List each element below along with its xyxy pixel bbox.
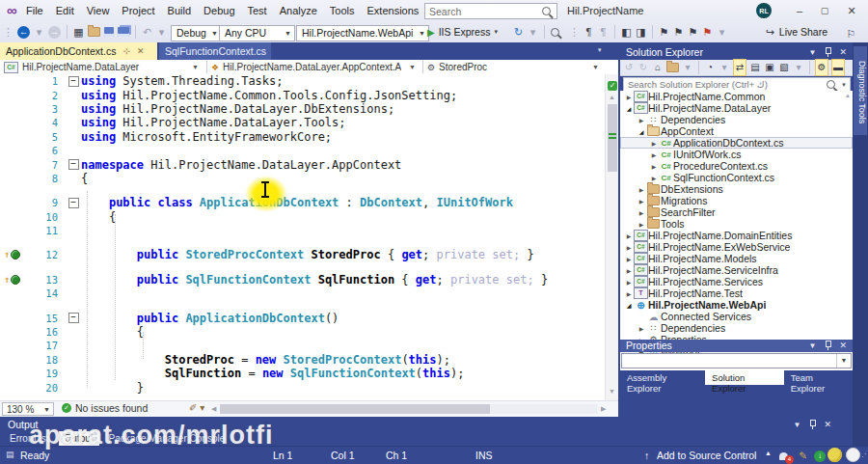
navigate-back-caret-icon[interactable]: ▾ bbox=[34, 24, 44, 40]
code-line[interactable]: 14 bbox=[0, 287, 605, 300]
scroll-up-icon[interactable]: ▲ bbox=[845, 93, 851, 98]
indent-increase-icon[interactable]: ◨ bbox=[636, 24, 646, 40]
chevron-collapsed-icon[interactable]: ▶ bbox=[624, 279, 634, 286]
chevron-collapsed-icon[interactable]: ▶ bbox=[637, 186, 646, 193]
live-share-label[interactable]: Live Share bbox=[779, 26, 827, 38]
start-debugging-icon[interactable]: ▶ bbox=[427, 27, 435, 38]
tree-item[interactable]: ▶SearchFilter bbox=[620, 206, 853, 218]
scroll-down-icon[interactable]: ▼ bbox=[609, 388, 615, 395]
sync-forward-icon[interactable]: ↻ bbox=[637, 60, 649, 75]
chevron-down-icon[interactable]: ▼ bbox=[794, 421, 801, 429]
chevron-up-icon[interactable]: ▲ bbox=[765, 450, 772, 456]
undo-caret-icon[interactable]: ▾ bbox=[156, 24, 167, 40]
tree-item[interactable]: ▶C#Hil.ProjectName.DomainEntities bbox=[620, 230, 853, 241]
pin-icon[interactable]: ⊹ bbox=[122, 46, 130, 56]
tree-item[interactable]: ▶Migrations bbox=[620, 195, 853, 206]
collapse-icon[interactable]: − bbox=[68, 76, 79, 87]
code-line[interactable]: 8{ bbox=[0, 172, 605, 185]
scroll-up-icon[interactable]: ▲ bbox=[609, 94, 615, 100]
editor-zoom-dropdown[interactable]: 130 % ▼ bbox=[2, 402, 54, 416]
home-icon[interactable]: ⌂ bbox=[652, 60, 664, 75]
chevron-collapsed-icon[interactable]: ▶ bbox=[649, 175, 659, 181]
solution-platform-dropdown[interactable]: Any CPU▼ bbox=[219, 25, 295, 41]
tree-item[interactable]: ▶C#Hil.ProjectName.Common bbox=[620, 91, 853, 102]
open-file-icon[interactable] bbox=[88, 27, 100, 37]
maximize-button[interactable]: ▢ bbox=[816, 2, 833, 19]
scrollbar-thumb[interactable] bbox=[220, 404, 490, 414]
drag-handle-icon[interactable]: ⋮ bbox=[3, 24, 14, 40]
code-line[interactable]: 11 bbox=[0, 224, 605, 237]
tool-window-tab[interactable]: Team Explorer bbox=[784, 370, 853, 385]
code-line[interactable]: 3using Hil.ProjectName.DataLayer.DbExten… bbox=[0, 102, 605, 116]
document-list-caret-icon[interactable]: ▾ bbox=[598, 46, 602, 54]
bookmark-icon[interactable]: ⚑ bbox=[659, 24, 669, 40]
chevron-collapsed-icon[interactable]: ▶ bbox=[649, 151, 659, 158]
code-line[interactable]: 18 StoredProc = new StoredProcContext(th… bbox=[0, 353, 605, 367]
code-line[interactable]: ↑12 public StoredProcContext StoredProc … bbox=[0, 248, 605, 261]
show-all-files-icon[interactable]: ▧ bbox=[778, 60, 790, 75]
menu-analyze[interactable]: Analyze bbox=[280, 5, 317, 16]
new-project-icon[interactable]: ▦ bbox=[73, 24, 84, 40]
menu-test[interactable]: Test bbox=[248, 5, 267, 16]
menu-build[interactable]: Build bbox=[168, 5, 191, 16]
code-line[interactable]: 2using Hil.ProjectName.Common.Tools.Conf… bbox=[0, 88, 605, 101]
chevron-collapsed-icon[interactable]: ▶ bbox=[649, 140, 659, 147]
editor-horizontal-scrollbar[interactable] bbox=[220, 404, 598, 414]
save-icon[interactable] bbox=[104, 27, 114, 37]
chevron-collapsed-icon[interactable]: ▶ bbox=[624, 256, 634, 262]
output-tab[interactable]: Error List bbox=[4, 431, 55, 446]
pin-icon[interactable] bbox=[808, 420, 816, 429]
chevron-collapsed-icon[interactable]: ▶ bbox=[637, 117, 646, 123]
output-tab[interactable]: Package Manager Console bbox=[103, 431, 231, 446]
breadcrumb-project[interactable]: C# Hil.ProjectName.DataLayer ▼ bbox=[4, 60, 203, 74]
filter-caret-icon[interactable]: ▾ bbox=[719, 60, 730, 75]
chevron-collapsed-icon[interactable]: ▶ bbox=[637, 325, 646, 332]
bookmark-caret-icon[interactable]: ▾ bbox=[717, 24, 727, 40]
navigate-back-icon[interactable]: ← bbox=[17, 26, 30, 39]
pin-icon[interactable] bbox=[824, 47, 831, 57]
code-line[interactable]: 10 { bbox=[0, 210, 605, 224]
close-icon[interactable]: ✕ bbox=[839, 341, 847, 350]
chevron-collapsed-icon[interactable]: ▶ bbox=[637, 209, 646, 216]
tree-item[interactable]: ◢C#Hil.ProjectName.DataLayer bbox=[620, 102, 853, 114]
code-line[interactable]: 15− public ApplicationDbContext() bbox=[0, 311, 605, 324]
collapse-all-icon[interactable]: ▤ bbox=[749, 60, 761, 75]
bookmark-clear-icon[interactable]: ⚑ bbox=[702, 24, 713, 40]
breadcrumb-member[interactable]: ⚙ StoredProc ▼ bbox=[427, 60, 603, 74]
account-avatar[interactable]: RL bbox=[756, 3, 772, 18]
code-line[interactable]: ↑13 public SqlFunctionContext SqlFunctio… bbox=[0, 273, 605, 287]
document-tab[interactable]: SqlFunctionContext.cs bbox=[159, 42, 271, 60]
menu-tools[interactable]: Tools bbox=[330, 5, 355, 16]
indent-decrease-icon[interactable]: ◧ bbox=[621, 24, 632, 40]
menu-view[interactable]: View bbox=[87, 5, 110, 16]
code-line[interactable]: 9− public class ApplicationDbContext : D… bbox=[0, 196, 605, 209]
chevron-expanded-icon[interactable]: ◢ bbox=[637, 128, 646, 135]
tree-item[interactable]: ◢AppContext bbox=[620, 125, 853, 137]
menu-project[interactable]: Project bbox=[122, 5, 154, 16]
menu-extensions[interactable]: Extensions bbox=[367, 5, 420, 16]
tree-item[interactable]: ▶THil.ProjectName.Test bbox=[620, 287, 853, 299]
chevron-down-icon[interactable]: ▼ bbox=[809, 341, 817, 350]
uncomment-icon[interactable]: ¶ bbox=[598, 24, 609, 40]
output-tab[interactable]: Output bbox=[59, 431, 99, 446]
navigate-forward-icon[interactable]: → bbox=[48, 26, 61, 39]
save-all-icon[interactable] bbox=[118, 27, 129, 37]
refresh-icon[interactable]: ↻ bbox=[513, 24, 524, 40]
pen-icon[interactable]: ✎ bbox=[799, 450, 807, 461]
bookmark-previous-icon[interactable]: ⚑ bbox=[673, 24, 684, 40]
code-line[interactable]: 5using Microsoft.EntityFrameworkCore; bbox=[0, 130, 605, 144]
search-input[interactable]: Search bbox=[424, 3, 557, 19]
startup-project-dropdown[interactable]: Hil.ProjectName.WebApi▼ bbox=[296, 25, 429, 41]
solution-explorer-search-input[interactable]: Search Solution Explorer (Ctrl+ ك) ▼ bbox=[623, 77, 851, 92]
bookmark-next-icon[interactable]: ⚑ bbox=[688, 24, 698, 40]
chevron-collapsed-icon[interactable]: ▶ bbox=[624, 244, 634, 251]
code-line[interactable]: 19 SqlFunction = new SqlFunctionContext(… bbox=[0, 367, 605, 380]
tree-item[interactable]: ▶C#Hil.ProjectName.Services bbox=[620, 276, 853, 287]
switch-views-icon[interactable] bbox=[666, 63, 679, 72]
close-icon[interactable]: ✕ bbox=[824, 420, 831, 429]
diagnostic-tools-tab[interactable]: Diagnostic Tools bbox=[854, 46, 867, 135]
properties-panel-title[interactable]: Properties ▼ ✕ bbox=[620, 340, 853, 352]
menu-file[interactable]: File bbox=[26, 5, 43, 16]
run-profile-label[interactable]: IIS Express bbox=[439, 26, 491, 38]
undo-icon[interactable]: ↶ bbox=[142, 24, 152, 40]
